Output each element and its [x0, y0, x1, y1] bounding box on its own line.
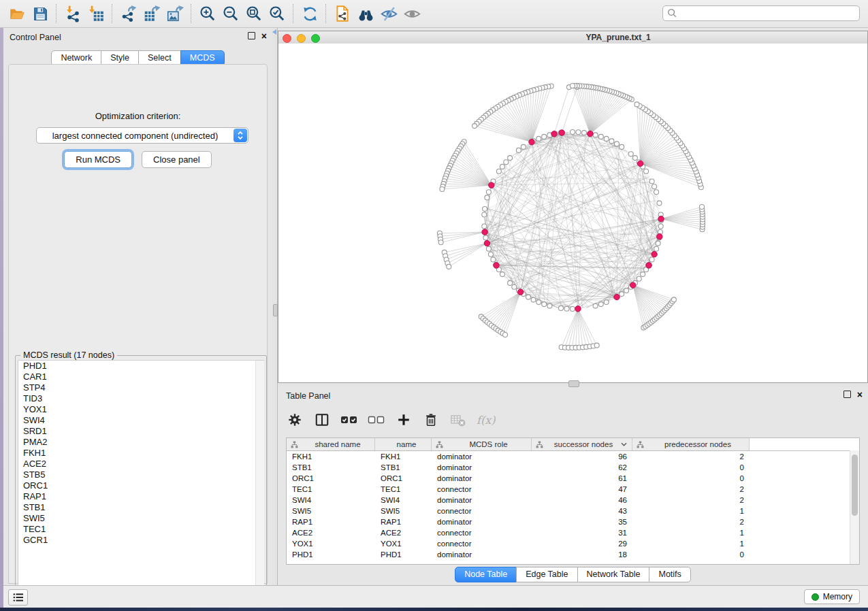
network-node[interactable] [491, 257, 496, 262]
show-all-button[interactable] [400, 3, 423, 24]
table-cell-mcds-role[interactable]: dominator [432, 518, 532, 526]
network-node[interactable] [485, 195, 489, 200]
network-node[interactable] [564, 306, 569, 311]
network-node[interactable] [542, 302, 547, 307]
table-cell-name[interactable]: RAP1 [375, 518, 432, 526]
network-mcds-node[interactable] [652, 252, 657, 257]
zoom-fit-button[interactable] [242, 3, 266, 24]
network-node[interactable] [657, 201, 662, 205]
open-file-button[interactable] [5, 3, 29, 24]
network-mcds-node[interactable] [637, 161, 643, 166]
table-cell-predecessor-nodes[interactable]: 2 [632, 485, 750, 493]
table-cell-successor-nodes[interactable]: 46 [532, 496, 632, 504]
float-panel-icon[interactable] [248, 32, 255, 39]
table-cell-name[interactable]: PHD1 [375, 550, 432, 559]
table-cell-predecessor-nodes[interactable]: 0 [632, 463, 750, 472]
network-node[interactable] [531, 297, 536, 302]
network-leaf-node[interactable] [570, 84, 575, 88]
mcds-result-item[interactable]: GCR1 [18, 535, 263, 546]
network-node[interactable] [483, 235, 488, 240]
network-canvas[interactable] [278, 44, 867, 382]
run-mcds-button[interactable]: Run MCDS [64, 151, 132, 168]
network-node[interactable] [521, 144, 526, 149]
network-node[interactable] [559, 306, 564, 310]
table-cell-successor-nodes[interactable]: 96 [532, 452, 632, 461]
close-panel-button[interactable]: Close panel [142, 151, 212, 168]
maximize-window-icon[interactable] [311, 34, 320, 43]
tab-node-table[interactable]: Node Table [455, 567, 517, 582]
network-node[interactable] [644, 169, 649, 174]
network-mcds-node[interactable] [630, 282, 636, 288]
table-options-button[interactable] [286, 411, 304, 429]
splitter-collapse-icon[interactable] [272, 29, 276, 35]
mcds-result-item[interactable]: PHD1 [18, 361, 263, 371]
table-row[interactable]: FKH1FKH1dominator962 [287, 451, 859, 462]
vertical-splitter[interactable] [272, 28, 278, 585]
table-cell-predecessor-nodes[interactable]: 2 [632, 452, 750, 461]
table-cell-predecessor-nodes[interactable]: 1 [632, 529, 750, 537]
table-cell-mcds-role[interactable]: dominator [432, 463, 532, 472]
network-node[interactable] [508, 156, 513, 161]
table-cell-successor-nodes[interactable]: 29 [532, 540, 632, 548]
column-header-predecessor-nodes[interactable]: predecessor nodes [632, 438, 750, 450]
table-cell-predecessor-nodes[interactable]: 0 [632, 474, 750, 482]
network-node[interactable] [570, 307, 575, 312]
table-cell-name[interactable]: SWI4 [375, 496, 432, 504]
network-leaf-node[interactable] [671, 297, 676, 302]
column-header-successor-nodes[interactable]: successor nodes [532, 438, 632, 450]
table-cell-successor-nodes[interactable]: 61 [532, 474, 632, 482]
save-session-button[interactable] [29, 3, 52, 24]
close-panel-icon[interactable]: × [261, 33, 267, 39]
network-node[interactable] [652, 184, 657, 189]
network-node[interactable] [604, 136, 609, 141]
table-cell-mcds-role[interactable]: dominator [432, 474, 532, 482]
network-node[interactable] [576, 130, 581, 135]
import-table-button[interactable] [84, 3, 108, 24]
mcds-result-item[interactable]: SWI4 [18, 415, 263, 426]
mcds-result-item[interactable]: STB5 [18, 469, 263, 480]
network-node[interactable] [488, 252, 493, 257]
network-node[interactable] [609, 139, 614, 144]
table-cell-shared-name[interactable]: SWI4 [287, 496, 375, 504]
network-leaf-node[interactable] [438, 240, 443, 245]
network-node[interactable] [536, 136, 541, 141]
table-row[interactable]: RAP1RAP1dominator352 [287, 516, 859, 527]
network-node[interactable] [500, 272, 504, 277]
table-cell-shared-name[interactable]: STB1 [287, 463, 375, 472]
table-cell-shared-name[interactable]: ORC1 [287, 474, 375, 482]
network-node[interactable] [628, 152, 633, 156]
network-mcds-node[interactable] [484, 240, 489, 246]
network-mcds-node[interactable] [529, 139, 534, 145]
share-session-button[interactable] [331, 3, 354, 24]
mcds-result-item[interactable]: STP4 [18, 382, 263, 393]
network-mcds-node[interactable] [575, 306, 581, 312]
network-node[interactable] [547, 303, 552, 308]
network-node[interactable] [504, 160, 509, 165]
table-cell-mcds-role[interactable]: connector [432, 529, 532, 537]
table-cell-name[interactable]: ACE2 [375, 529, 432, 537]
table-row[interactable]: TEC1TEC1connector472 [287, 484, 859, 495]
table-cell-predecessor-nodes[interactable]: 2 [632, 518, 750, 526]
table-cell-shared-name[interactable]: TEC1 [287, 485, 375, 493]
scrollbar-thumb[interactable] [852, 455, 858, 516]
network-node[interactable] [632, 156, 637, 161]
mcds-result-item[interactable]: TEC1 [18, 524, 263, 535]
mcds-result-item[interactable]: RAP1 [18, 491, 263, 502]
network-node[interactable] [582, 131, 587, 135]
network-mcds-node[interactable] [559, 130, 564, 135]
search-field[interactable] [662, 5, 860, 21]
close-window-icon[interactable] [283, 34, 291, 43]
network-node[interactable] [654, 246, 659, 251]
mcds-result-item[interactable]: FKH1 [18, 448, 263, 459]
task-history-button[interactable] [8, 589, 28, 606]
minimize-window-icon[interactable] [297, 34, 306, 43]
select-all-button[interactable] [340, 411, 358, 429]
search-input[interactable] [680, 7, 859, 20]
table-cell-mcds-role[interactable]: dominator [432, 452, 532, 461]
column-header-shared-name[interactable]: shared name [287, 438, 375, 450]
table-row[interactable]: SWI4SWI4dominator462 [287, 495, 859, 506]
network-node[interactable] [500, 164, 504, 169]
network-node[interactable] [483, 207, 487, 212]
column-header-name[interactable]: name [375, 438, 432, 450]
network-mcds-node[interactable] [494, 263, 499, 268]
